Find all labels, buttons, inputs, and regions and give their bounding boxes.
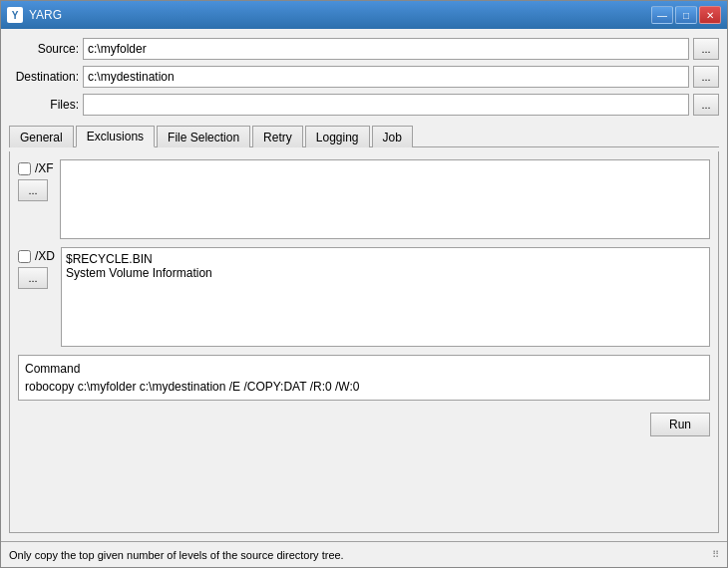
xd-add-button[interactable]: ... (18, 267, 48, 289)
xf-left: /XF ... (18, 159, 54, 201)
title-bar: Y YARG — □ ✕ (1, 1, 727, 29)
close-button[interactable]: ✕ (699, 6, 721, 24)
files-row: Files: ... (9, 93, 719, 117)
title-bar-left: Y YARG (7, 7, 62, 23)
files-browse-button[interactable]: ... (693, 94, 719, 116)
xd-checkbox-label[interactable]: /XD (18, 249, 55, 263)
files-label: Files: (9, 98, 79, 112)
minimize-button[interactable]: — (651, 6, 673, 24)
tab-content-exclusions: /XF ... /XD ... Command (9, 151, 719, 533)
source-row: Source: ... (9, 37, 719, 61)
main-window: Y YARG — □ ✕ Source: ... Destination: ..… (0, 0, 728, 568)
tab-general[interactable]: General (9, 126, 74, 147)
xf-checkbox-label[interactable]: /XF (18, 161, 54, 175)
footer: Only copy the top given number of levels… (1, 541, 727, 567)
tab-job[interactable]: Job (372, 126, 413, 147)
destination-row: Destination: ... (9, 65, 719, 89)
tab-exclusions[interactable]: Exclusions (76, 126, 155, 147)
xf-textarea[interactable] (60, 159, 710, 239)
destination-label: Destination: (9, 70, 79, 84)
command-section: Command robocopy c:\myfolder c:\mydestin… (18, 355, 710, 401)
xf-checkbox[interactable] (18, 162, 31, 175)
size-grip-icon: ⠿ (712, 549, 719, 560)
xd-textarea[interactable] (61, 247, 710, 347)
xf-add-button[interactable]: ... (18, 179, 48, 201)
command-label: Command (25, 362, 703, 376)
xd-left: /XD ... (18, 247, 55, 289)
app-icon: Y (7, 7, 23, 23)
maximize-button[interactable]: □ (675, 6, 697, 24)
xd-checkbox[interactable] (18, 250, 31, 263)
window-title: YARG (29, 8, 62, 22)
xf-label: /XF (35, 161, 54, 175)
files-input[interactable] (83, 94, 689, 116)
source-input[interactable] (83, 38, 689, 60)
tab-logging[interactable]: Logging (305, 126, 370, 147)
tab-file-selection[interactable]: File Selection (157, 126, 250, 147)
xf-section: /XF ... (18, 159, 710, 239)
run-button[interactable]: Run (650, 413, 710, 436)
destination-browse-button[interactable]: ... (693, 66, 719, 88)
footer-status: Only copy the top given number of levels… (9, 549, 344, 561)
xd-label: /XD (35, 249, 55, 263)
source-browse-button[interactable]: ... (693, 38, 719, 60)
source-label: Source: (9, 42, 79, 56)
title-bar-controls: — □ ✕ (651, 6, 721, 24)
xd-section: /XD ... (18, 247, 710, 347)
tabs-row: General Exclusions File Selection Retry … (9, 125, 719, 147)
run-button-row: Run (18, 413, 710, 436)
destination-input[interactable] (83, 66, 689, 88)
command-text: robocopy c:\myfolder c:\mydestination /E… (25, 380, 703, 394)
tab-retry[interactable]: Retry (252, 126, 303, 147)
main-content: Source: ... Destination: ... Files: ... … (1, 29, 727, 541)
